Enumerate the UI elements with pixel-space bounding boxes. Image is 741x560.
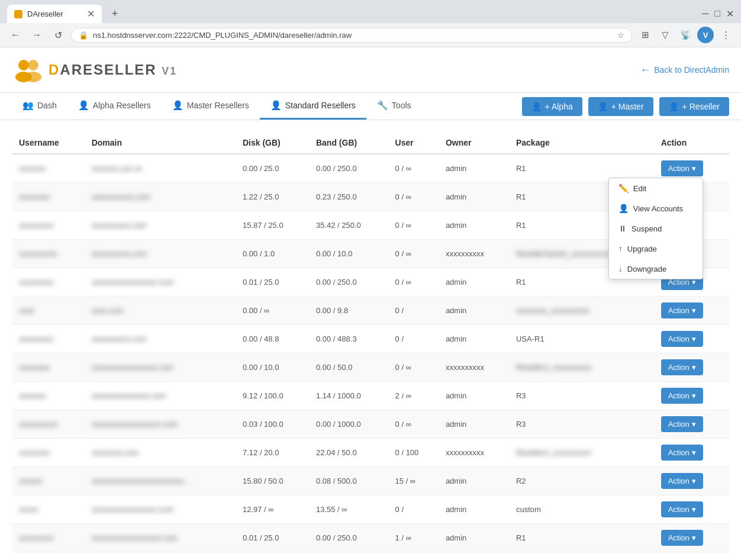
tab-tools[interactable]: 🔧 Tools <box>366 93 422 120</box>
app-logo-text: DARESELLER V1 <box>49 62 177 78</box>
action-button[interactable]: Action ▾ <box>661 331 703 347</box>
browser-chrome: DAreseller ✕ + ─ □ ✕ ← → ↺ 🔒 ns1.hostdns… <box>0 0 741 47</box>
tab-master-resellers[interactable]: 👤 Master Resellers <box>162 93 260 120</box>
logo-icon <box>12 54 43 85</box>
cell-domain: xxxxxxx.xxx.xx <box>85 154 236 183</box>
action-button[interactable]: Action ▾ <box>661 359 703 375</box>
cell-band: 35.42 / 250.0 <box>309 211 388 240</box>
cell-package: R1 <box>509 524 654 552</box>
menu-item-downgrade[interactable]: ↓ Downgrade <box>609 259 703 279</box>
tools-icon: 🔧 <box>377 100 388 111</box>
add-master-button[interactable]: 👤 + Master <box>588 97 653 116</box>
tab-standard-resellers[interactable]: 👤 Standard Resellers <box>260 93 366 120</box>
cell-disk: 0.03 / 100.0 <box>236 410 309 439</box>
maximize-button[interactable]: □ <box>714 8 720 20</box>
action-dropdown-arrow: ▾ <box>692 533 696 542</box>
close-window-button[interactable]: ✕ <box>726 8 734 20</box>
reload-button[interactable]: ↺ <box>50 27 66 43</box>
more-options-icon[interactable]: ⋮ <box>717 27 734 43</box>
add-reseller-icon: 👤 <box>669 102 679 111</box>
action-button[interactable]: Action ▾ <box>661 302 703 318</box>
tab-dash-label: Dash <box>37 101 57 110</box>
cell-disk: 9.12 / 100.0 <box>236 382 309 410</box>
action-dropdown-wrapper: Action ▾ <box>661 473 703 489</box>
back-button[interactable]: ← <box>7 27 24 43</box>
cell-band: 0.00 / 1000.0 <box>309 410 388 439</box>
cell-owner: admin <box>439 297 509 325</box>
add-alpha-button[interactable]: 👤 + Alpha <box>522 97 582 116</box>
cell-action: Action ▾ <box>654 439 729 467</box>
downgrade-icon: ↓ <box>618 264 623 273</box>
cast-icon[interactable]: 📡 <box>677 27 694 43</box>
cell-band: 0.00 / 250.0 <box>309 268 388 297</box>
forward-button[interactable]: → <box>28 27 45 43</box>
table-row: xxxxxxxxx xxxxxxxxxxxxxxxxxx.com 0.01 / … <box>12 524 729 552</box>
col-user: User <box>388 132 439 154</box>
table-row: xxxxxxxx xxxxxxxx.com 7.12 / 20.0 22.04 … <box>12 439 729 467</box>
tab-standard-label: Standard Resellers <box>285 101 356 110</box>
menu-item-view-accounts[interactable]: 👤 View Accounts <box>609 198 703 218</box>
cell-username: xxxxxxxxxx <box>12 410 85 439</box>
cell-domain: xxxxxxxxxx.com <box>85 211 236 240</box>
extensions-icon[interactable]: ⊞ <box>637 27 653 43</box>
col-username: Username <box>12 132 85 154</box>
table-header: Username Domain Disk (GB) Band (GB) User… <box>12 132 729 154</box>
filter-icon[interactable]: ▽ <box>657 27 674 43</box>
add-alpha-icon: 👤 <box>531 102 542 111</box>
action-dropdown-wrapper: Action ▾ <box>661 388 703 404</box>
cell-owner: xxxxxxxxxx <box>439 439 509 467</box>
action-dropdown-wrapper: Action ▾ <box>661 445 703 461</box>
cell-action: Action ▾ <box>654 467 729 495</box>
menu-item-suspend[interactable]: ⏸ Suspend <box>609 218 703 239</box>
tab-close-button[interactable]: ✕ <box>87 8 95 20</box>
action-dropdown-wrapper: Action ▾ <box>661 416 703 432</box>
action-button[interactable]: Action ▾ <box>661 530 703 546</box>
action-button[interactable]: Action ▾ <box>661 473 703 489</box>
cell-band: 0.00 / 10.0 <box>309 240 388 268</box>
tab-alpha-resellers[interactable]: 👤 Alpha Resellers <box>67 93 162 120</box>
col-disk: Disk (GB) <box>236 132 309 154</box>
resellers-table: Username Domain Disk (GB) Band (GB) User… <box>12 132 729 552</box>
add-alpha-label: + Alpha <box>545 102 573 111</box>
menu-item-edit[interactable]: ✏️ Edit <box>609 178 703 198</box>
profile-icon[interactable]: V <box>697 27 714 43</box>
browser-tab[interactable]: DAreseller ✕ <box>7 5 102 23</box>
new-tab-button[interactable]: + <box>107 6 123 22</box>
cell-package: Reseller1_xxxxxxxxxx <box>509 353 654 382</box>
cell-username: xxxxxxxxx <box>12 325 85 353</box>
action-button-label: Action <box>668 477 690 485</box>
cell-owner: admin <box>439 467 509 495</box>
menu-item-label: Suspend <box>632 224 662 233</box>
cell-band: 0.00 / 250.0 <box>309 524 388 552</box>
col-action: Action <box>654 132 729 154</box>
tab-dash[interactable]: 👥 Dash <box>12 93 67 120</box>
cell-username: xxxx <box>12 297 85 325</box>
minimize-button[interactable]: ─ <box>702 8 708 20</box>
address-bar[interactable]: 🔒 ns1.hostdnsserver.com:2222/CMD_PLUGINS… <box>71 28 632 43</box>
cell-action: Action ▾ <box>654 297 729 325</box>
menu-item-upgrade[interactable]: ↑ Upgrade <box>609 239 703 259</box>
action-button[interactable]: Action ▾ <box>661 445 703 461</box>
cell-action: Action ▾ ✏️ Edit 👤 View Accounts <box>654 154 729 183</box>
cell-package: R3 <box>509 382 654 410</box>
suspend-icon: ⏸ <box>618 224 627 233</box>
cell-disk: 0.00 / 25.0 <box>236 154 309 183</box>
action-button[interactable]: Action ▾ <box>661 501 703 517</box>
cell-owner: admin <box>439 410 509 439</box>
cell-domain: xxxxxxxxxx.com <box>85 240 236 268</box>
action-button[interactable]: Action ▾ <box>661 416 703 432</box>
table-row: xxxxxxx xxxxxxx.xxx.xx 0.00 / 25.0 0.00 … <box>12 154 729 183</box>
add-reseller-button[interactable]: 👤 + Reseller <box>659 97 729 116</box>
cell-action: Action ▾ <box>654 524 729 552</box>
cell-action: Action ▾ <box>654 353 729 382</box>
cell-package: Reseller2_xxxxxxxxxx <box>509 439 654 467</box>
action-dropdown-wrapper: Action ▾ <box>661 530 703 546</box>
cell-owner: admin <box>439 382 509 410</box>
bookmark-icon[interactable]: ☆ <box>617 31 624 40</box>
action-button[interactable]: Action ▾ <box>661 388 703 404</box>
table-row: xxxxxxxxxx xxxxxxxxxxxxxxxxxx.com 0.03 /… <box>12 410 729 439</box>
action-button[interactable]: Action ▾ <box>661 160 703 176</box>
cell-domain: xxxxxxxxxxxxxxxxx.com <box>85 268 236 297</box>
back-to-directadmin-link[interactable]: ← Back to DirectAdmin <box>640 64 729 76</box>
cell-owner: admin <box>439 154 509 183</box>
